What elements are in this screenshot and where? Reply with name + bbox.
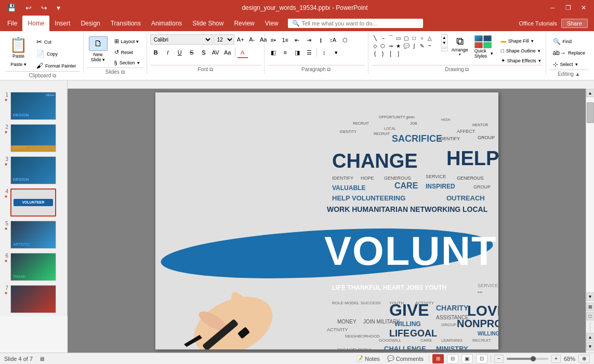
shape-connector[interactable]: ⌒ (387, 34, 394, 42)
quick-styles-label[interactable]: Quick Styles ▾ (474, 48, 493, 59)
select-button[interactable]: ⊹ Select ▾ (549, 59, 582, 70)
menu-transitions[interactable]: Transitions (105, 16, 146, 31)
font-expand[interactable]: ⧉ (209, 66, 213, 72)
drawing-expand[interactable]: ⧉ (465, 66, 469, 72)
decrease-font-button[interactable]: A- (247, 34, 257, 45)
shapes-scroll[interactable]: ▲ ▼ ⋯ (441, 34, 447, 51)
shape-pentagon[interactable]: ⬠ (379, 42, 387, 49)
slide-thumbnail-1[interactable]: DESIGN IDEA••• (10, 92, 56, 120)
shape-freeform[interactable]: ✎ (418, 42, 426, 49)
bold-button[interactable]: B (150, 47, 162, 58)
italic-button[interactable]: I (162, 47, 174, 58)
replace-button[interactable]: ab→ Replace (549, 48, 589, 58)
paste-button[interactable]: 📋 Paste (5, 34, 32, 61)
line-spacing-dropdown[interactable]: ▾ (331, 47, 342, 58)
menu-view[interactable]: View (260, 16, 284, 31)
columns-button[interactable]: ⫿ (315, 34, 327, 46)
shape-circle[interactable]: ○ (418, 34, 426, 42)
slide-thumbnail-4[interactable]: VOLUNTEER (10, 188, 56, 217)
quick-style-4[interactable] (483, 42, 492, 48)
find-button[interactable]: 🔍 Find (549, 36, 576, 47)
notes-button[interactable]: 📝 Notes (354, 355, 382, 362)
zoom-in-button[interactable]: + (551, 355, 561, 363)
close-button[interactable]: ✕ (577, 2, 590, 14)
scroll-down-button[interactable]: ▼ (586, 292, 595, 301)
customize-qat-button[interactable]: ▾ (54, 3, 63, 13)
change-case-button[interactable]: Aa (222, 47, 233, 58)
paragraph-expand[interactable]: ⧉ (327, 66, 331, 72)
shape-line[interactable]: ╲ (372, 34, 379, 42)
slide-thumbnail-7[interactable] (10, 285, 56, 313)
slide-thumb-5[interactable]: 5 ★ ARTISTIC. (2, 220, 65, 250)
quick-style-2[interactable] (483, 35, 492, 42)
expand-button[interactable]: ⊞ (586, 303, 595, 311)
shape-effects-button[interactable]: ✦ Shape Effects ▾ (497, 56, 545, 65)
text-direction-button[interactable]: ↕A (327, 34, 339, 46)
quick-style-1[interactable] (474, 35, 483, 42)
menu-file[interactable]: File (2, 16, 22, 31)
convert-to-smartart-button[interactable]: ⬡ (339, 34, 351, 46)
menu-insert[interactable]: Insert (49, 16, 75, 31)
underline-button[interactable]: U (174, 47, 186, 58)
menu-animations[interactable]: Animations (146, 16, 187, 31)
menu-home[interactable]: Home (22, 16, 49, 31)
layout-button[interactable]: ⊞Layout ▾ (111, 36, 143, 46)
shape-star[interactable]: ★ (395, 42, 402, 49)
zoom-handle[interactable] (531, 356, 536, 361)
increase-indent-button[interactable]: ⇥ (303, 34, 315, 46)
tell-me-input[interactable] (302, 20, 419, 26)
slides-expand[interactable]: ⧉ (121, 69, 125, 75)
font-name-select[interactable]: Calibri Arial Times New Roman (150, 34, 213, 45)
reading-view-button[interactable]: ▣ (461, 354, 473, 363)
zoom-slider[interactable] (507, 358, 548, 360)
shape-callout[interactable]: 💬 (403, 42, 410, 49)
slide-thumb-7[interactable]: 7 ★ (2, 284, 65, 314)
undo-button[interactable]: ↩ (22, 3, 35, 13)
menu-review[interactable]: Review (229, 16, 259, 31)
shape-scribble[interactable]: ~ (426, 42, 433, 49)
bullets-button[interactable]: ≡• (268, 34, 279, 46)
slide-thumbnail-2[interactable]: DESIG (10, 124, 56, 152)
slide-thumbnail-3[interactable]: DESIGN (10, 156, 56, 184)
comments-button[interactable]: 💬 Comments (385, 355, 426, 362)
shape-curve[interactable]: ∫ (411, 42, 418, 49)
slide-thumbnail-6[interactable]: THANK (10, 253, 56, 281)
slide-thumb-2[interactable]: 2 ★ DESIG (2, 123, 65, 153)
shape-rect[interactable]: ▭ (395, 34, 402, 42)
shadow-button[interactable]: S (198, 47, 209, 58)
scroll-prev[interactable]: ▲ (586, 333, 595, 341)
numbering-button[interactable]: 1≡ (280, 34, 291, 46)
slide-thumb-3[interactable]: 3 ★ DESIGN (2, 155, 65, 185)
slide-thumbnail-5[interactable]: ARTISTIC. (10, 221, 56, 249)
slideshow-view-button[interactable]: ⊡ (476, 354, 487, 363)
editing-expand[interactable]: ▲ (575, 71, 580, 77)
zoom-out-button[interactable]: − (494, 355, 504, 363)
shape-more[interactable]: { (372, 50, 379, 57)
increase-font-button[interactable]: A+ (235, 34, 246, 45)
menu-slideshow[interactable]: Slide Show (187, 16, 229, 31)
save-button[interactable]: 💾 (4, 3, 19, 13)
char-spacing-button[interactable]: AV (210, 47, 221, 58)
section-button[interactable]: §Section ▾ (111, 58, 143, 68)
slide-thumb-6[interactable]: 6 ★ THANK (2, 252, 65, 282)
slide-thumb-1[interactable]: 1 ★ DESIGN IDEA••• (2, 91, 65, 121)
shape-rect2[interactable]: □ (411, 34, 418, 42)
strikethrough-button[interactable]: S (186, 47, 197, 58)
canvas-area[interactable]: OPPORTUNITY given RECRUIT LOCAL JOB HIGH… (68, 89, 586, 353)
scroll-up-button[interactable]: ▲ (586, 89, 595, 97)
minimize-button[interactable]: ─ (546, 2, 559, 14)
align-right-button[interactable]: ◨ (292, 47, 303, 58)
clipboard-expand[interactable]: ⧉ (52, 73, 56, 78)
zoom-fit-button[interactable]: □ (586, 312, 595, 320)
slide-sorter-button[interactable]: ⊟ (447, 354, 458, 363)
format-painter-button[interactable]: 🖌Format Painter (33, 60, 80, 71)
new-slide-button[interactable]: 🗋 New Slide ▾ (87, 34, 110, 64)
align-center-button[interactable]: ≡ (280, 47, 291, 58)
cut-button[interactable]: ✂Cut (33, 36, 80, 47)
scroll-thumb[interactable] (587, 102, 594, 123)
shape-fill-button[interactable]: ▬ Shape Fill ▾ (497, 36, 545, 45)
align-left-button[interactable]: ◧ (268, 47, 279, 58)
scroll-next[interactable]: ▼ (586, 342, 595, 350)
shape-bracket[interactable]: [ (387, 50, 394, 57)
shape-outline-button[interactable]: □ Shape Outline ▾ (497, 46, 545, 55)
